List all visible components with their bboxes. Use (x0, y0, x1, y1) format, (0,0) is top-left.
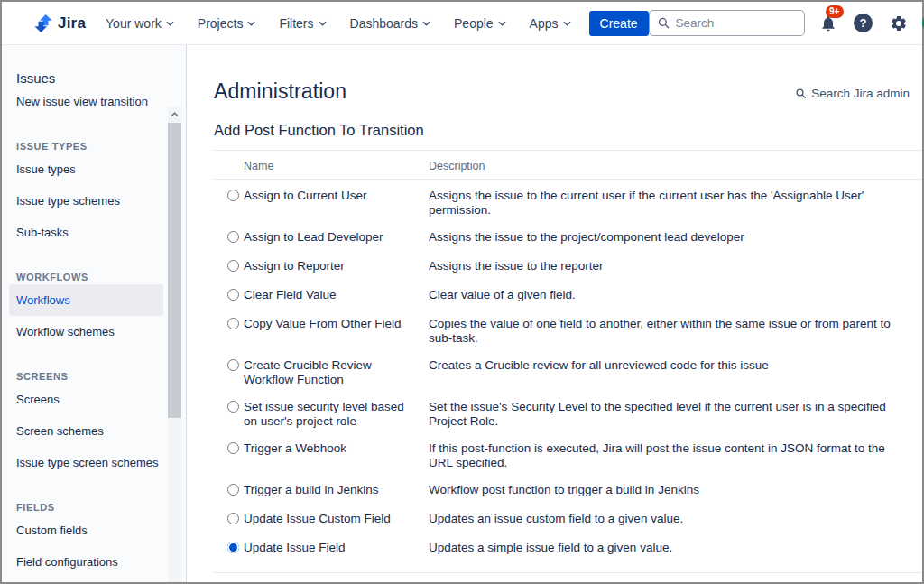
post-function-row-trigger-a-webhook: Trigger a WebhookIf this post-function i… (214, 435, 922, 477)
post-function-name: Set issue security level based on user's… (244, 400, 429, 429)
post-function-name: Trigger a Webhook (244, 441, 429, 456)
chevron-down-icon (563, 21, 571, 26)
create-button[interactable]: Create (589, 11, 649, 36)
scrollbar-up-arrow-icon[interactable] (168, 107, 181, 122)
form-actions: Add Cancel (214, 572, 922, 582)
post-function-row-set-issue-security-level-based-on-user-s-project-role: Set issue security level based on user's… (214, 394, 922, 435)
post-function-row-copy-value-from-other-field: Copy Value From Other FieldCopies the va… (214, 311, 922, 352)
sidebar-section-header-screens: SCREENS (9, 362, 179, 384)
nav-item-dashboards[interactable]: Dashboards (350, 16, 431, 31)
gear-icon (890, 14, 908, 32)
radio-cell (214, 512, 244, 528)
search-icon (795, 88, 807, 99)
sidebar-item-new-issue-view-transition[interactable]: New issue view transition (9, 86, 168, 117)
nav-item-label: Dashboards (350, 16, 419, 31)
radio-update-issue-custom-field[interactable] (227, 513, 239, 524)
post-function-name: Copy Value From Other Field (244, 317, 429, 331)
sidebar-item-field-configurations[interactable]: Field configurations (9, 546, 168, 578)
radio-set-issue-security-level-based-on-user-s-project-role[interactable] (227, 401, 239, 413)
radio-cell (214, 288, 244, 304)
post-function-description: Updates an issue custom field to a given… (429, 512, 922, 526)
jira-logo[interactable]: Jira (33, 14, 86, 33)
notifications-button[interactable]: 9+ (817, 12, 840, 35)
post-function-name: Update Issue Field (244, 541, 429, 555)
radio-cell (214, 189, 244, 205)
sidebar-section-header-workflows: WORKFLOWS (9, 263, 179, 284)
settings-button[interactable] (887, 12, 910, 35)
radio-cell (214, 400, 244, 416)
post-function-row-assign-to-reporter: Assign to ReporterAssigns the issue to t… (214, 253, 922, 282)
post-function-name: Assign to Reporter (244, 259, 429, 273)
post-function-row-clear-field-value: Clear Field ValueClear value of a given … (214, 282, 922, 311)
sidebar-scrollbar[interactable] (168, 107, 181, 582)
nav-item-filters[interactable]: Filters (279, 16, 326, 31)
sidebar-item-screens[interactable]: Screens (9, 384, 168, 415)
post-function-row-assign-to-lead-developer: Assign to Lead DeveloperAssigns the issu… (214, 224, 922, 253)
post-function-description: If this post-function is executed, Jira … (429, 441, 922, 470)
radio-clear-field-value[interactable] (227, 289, 239, 301)
post-function-name: Create Crucible Review Workflow Function (244, 358, 429, 387)
app-switcher-icon[interactable] (20, 15, 24, 31)
jira-logo-icon (33, 14, 53, 33)
help-icon: ? (854, 14, 873, 32)
post-function-name: Update Issue Custom Field (244, 512, 429, 526)
sidebar-item-issue-type-schemes[interactable]: Issue type schemes (9, 185, 168, 217)
nav-item-people[interactable]: People (454, 16, 506, 31)
nav-right-cluster: 9+ ? NV (649, 10, 924, 36)
nav-item-label: Projects (198, 16, 244, 31)
nav-item-projects[interactable]: Projects (198, 16, 256, 31)
sidebar-item-issue-type-screen-schemes[interactable]: Issue type screen schemes (9, 447, 168, 478)
nav-item-your-work[interactable]: Your work (106, 16, 174, 31)
radio-cell (214, 230, 244, 246)
scrollbar-thumb[interactable] (168, 123, 181, 418)
sidebar-item-screen-schemes[interactable]: Screen schemes (9, 415, 168, 447)
nav-item-label: People (454, 16, 494, 31)
post-function-name: Trigger a build in Jenkins (244, 483, 429, 497)
post-function-description: Set the issue's Security Level to the sp… (429, 400, 922, 429)
chevron-down-icon (247, 21, 255, 26)
admin-sidebar: Issues New issue view transition ISSUE T… (2, 45, 187, 582)
chevron-down-icon (498, 21, 506, 26)
post-function-name: Assign to Lead Developer (244, 230, 429, 245)
sidebar-item-custom-fields[interactable]: Custom fields (9, 514, 168, 546)
radio-trigger-a-webhook[interactable] (227, 442, 239, 454)
sidebar-item-issue-types[interactable]: Issue types (9, 153, 168, 185)
jira-logo-text: Jira (58, 14, 86, 32)
main-content: Administration Search Jira admin Add Pos… (187, 45, 922, 582)
post-function-description: Assigns the issue to the reporter (429, 259, 922, 273)
radio-trigger-a-build-in-jenkins[interactable] (227, 484, 239, 496)
post-function-name: Clear Field Value (244, 288, 429, 302)
post-function-description: Assigns the issue to the project/compone… (429, 230, 922, 245)
chevron-down-icon (422, 21, 430, 26)
help-button[interactable]: ? (852, 12, 875, 35)
post-function-name: Assign to Current User (244, 189, 429, 203)
radio-assign-to-lead-developer[interactable] (227, 231, 239, 243)
radio-cell (214, 317, 244, 333)
post-function-description: Copies the value of one field to another… (429, 317, 922, 346)
chevron-down-icon (319, 21, 327, 26)
global-search-box[interactable] (649, 10, 805, 36)
search-icon (657, 16, 670, 30)
nav-item-apps[interactable]: Apps (530, 16, 571, 31)
section-title: Add Post Function To Transition (214, 122, 922, 151)
notification-badge: 9+ (826, 5, 844, 18)
radio-assign-to-reporter[interactable] (227, 260, 239, 272)
sidebar-item-sub-tasks[interactable]: Sub-tasks (9, 217, 168, 248)
sidebar-title: Issues (16, 70, 171, 86)
sidebar-item-workflow-schemes[interactable]: Workflow schemes (9, 316, 168, 348)
search-input[interactable] (676, 16, 797, 30)
radio-update-issue-field[interactable] (227, 542, 239, 553)
nav-item-label: Filters (279, 16, 313, 31)
chevron-down-icon (166, 21, 174, 26)
search-jira-admin-link[interactable]: Search Jira admin (795, 87, 910, 100)
sidebar-section-header-issue-types: ISSUE TYPES (9, 132, 179, 153)
sidebar-section-header-fields: FIELDS (9, 493, 179, 514)
radio-assign-to-current-user[interactable] (227, 190, 239, 201)
post-function-row-create-crucible-review-workflow-function: Create Crucible Review Workflow Function… (214, 352, 922, 394)
post-function-list: Assign to Current UserAssigns the issue … (214, 180, 922, 563)
radio-copy-value-from-other-field[interactable] (227, 318, 239, 329)
post-function-row-trigger-a-build-in-jenkins: Trigger a build in JenkinsWorkflow post … (214, 477, 922, 505)
radio-cell (214, 441, 244, 458)
sidebar-item-workflows[interactable]: Workflows (9, 284, 163, 316)
radio-create-crucible-review-workflow-function[interactable] (227, 359, 239, 371)
